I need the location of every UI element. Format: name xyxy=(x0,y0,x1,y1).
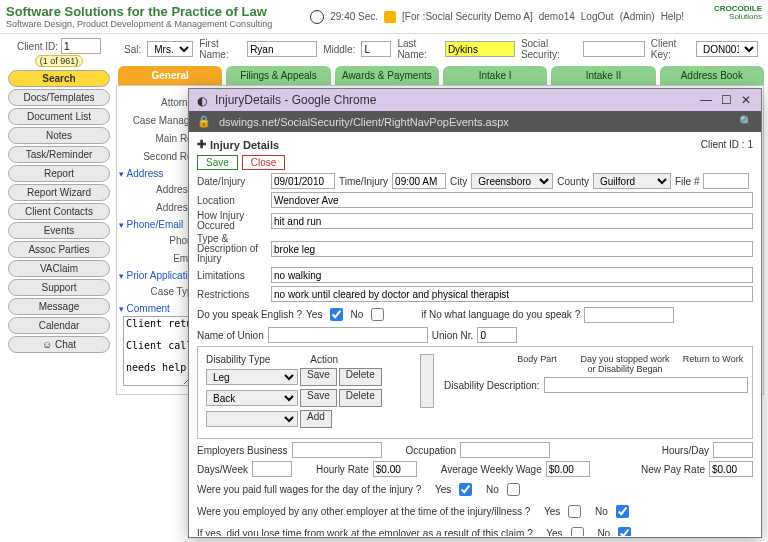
q3-no-checkbox[interactable] xyxy=(618,527,631,536)
ssn-label: Social Security: xyxy=(521,38,577,60)
search-button[interactable]: Search xyxy=(8,70,110,87)
scrollbar[interactable] xyxy=(420,354,434,408)
type-input[interactable] xyxy=(271,241,753,257)
nav-assoc-parties[interactable]: Assoc Parties xyxy=(8,241,110,258)
time-input[interactable] xyxy=(392,173,446,189)
close-button[interactable]: Close xyxy=(242,155,286,170)
tab-address-book[interactable]: Address Book xyxy=(660,66,764,85)
tab-intake-i[interactable]: Intake I xyxy=(443,66,547,85)
unionnr-input[interactable] xyxy=(477,327,517,343)
nav-client-contacts[interactable]: Client Contacts xyxy=(8,203,110,220)
q1-label: Were you paid full wages for the day of … xyxy=(197,484,421,495)
city-select[interactable]: Greensboro xyxy=(471,173,553,189)
nav-document-list[interactable]: Document List xyxy=(8,108,110,125)
restrictions-label: Restrictions xyxy=(197,289,267,300)
save-button[interactable]: Save xyxy=(300,389,337,407)
nav-docs-templates[interactable]: Docs/Templates xyxy=(8,89,110,106)
hourlyrate-label: Hourly Rate xyxy=(316,464,369,475)
maximize-button[interactable]: ☐ xyxy=(719,93,733,107)
client-name-row: Sal: Mrs. First Name: Middle: Last Name:… xyxy=(118,34,764,64)
county-select[interactable]: Guilford xyxy=(593,173,671,189)
tab-general[interactable]: General xyxy=(118,66,222,85)
action-header: Action xyxy=(310,354,338,365)
daysweek-input[interactable] xyxy=(252,461,292,477)
how-input[interactable] xyxy=(271,213,753,229)
plus-icon[interactable]: ✚ xyxy=(197,138,206,151)
sal-select[interactable]: Mrs. xyxy=(147,41,193,57)
employer-label: Employers Business xyxy=(197,445,288,456)
bodypart-label: Body Part xyxy=(502,354,572,374)
tab-intake-ii[interactable]: Intake II xyxy=(551,66,655,85)
save-button[interactable]: Save xyxy=(300,368,337,386)
nav-support[interactable]: Support xyxy=(8,279,110,296)
daysweek-label: Days/Week xyxy=(197,464,248,475)
help-link[interactable]: Help! xyxy=(661,11,684,22)
location-input[interactable] xyxy=(271,192,753,208)
disability-type-select[interactable]: Back xyxy=(206,390,298,406)
nav-events[interactable]: Events xyxy=(8,222,110,239)
employer-input[interactable] xyxy=(292,442,382,458)
q1-no-checkbox[interactable] xyxy=(507,483,520,496)
nav-vaclaim[interactable]: VAClaim xyxy=(8,260,110,277)
occupation-input[interactable] xyxy=(460,442,550,458)
language-input[interactable] xyxy=(584,307,674,323)
disdesc-input[interactable] xyxy=(544,377,748,393)
client-id-input[interactable] xyxy=(61,38,101,54)
limitations-label: Limitations xyxy=(197,270,267,281)
lastname-input[interactable] xyxy=(445,41,515,57)
nav-chat[interactable]: ☺ Chat xyxy=(8,336,110,353)
close-window-button[interactable]: ✕ xyxy=(739,93,753,107)
crocodile-logo: CROCODILE Solutions xyxy=(690,5,762,29)
q1-yes-checkbox[interactable] xyxy=(459,483,472,496)
save-button[interactable]: Save xyxy=(197,155,238,170)
newpayrate-input[interactable] xyxy=(709,461,753,477)
nav-message[interactable]: Message xyxy=(8,298,110,315)
ssn-input[interactable] xyxy=(583,41,645,57)
english-yes-checkbox[interactable] xyxy=(330,308,343,321)
hoursday-input[interactable] xyxy=(713,442,753,458)
delete-button[interactable]: Delete xyxy=(339,368,382,386)
nav-report-wizard[interactable]: Report Wizard xyxy=(8,184,110,201)
unionnr-label: Union Nr. xyxy=(432,330,474,341)
delete-button[interactable]: Delete xyxy=(339,389,382,407)
window-titlebar[interactable]: ◐ InjuryDetails - Google Chrome — ☐ ✕ xyxy=(189,89,761,111)
disdesc-label: Disability Description: xyxy=(444,380,540,391)
nav-calendar[interactable]: Calendar xyxy=(8,317,110,334)
q2-yes-checkbox[interactable] xyxy=(568,505,581,518)
clientkey-select[interactable]: DON001 xyxy=(696,41,758,57)
avgwage-input[interactable] xyxy=(546,461,590,477)
q3-yes-checkbox[interactable] xyxy=(571,527,584,536)
middle-input[interactable] xyxy=(361,41,391,57)
date-input[interactable] xyxy=(271,173,335,189)
address-bar: 🔒 dswings.net/SocialSecurity/Client/Righ… xyxy=(189,111,761,132)
search-icon[interactable]: 🔍 xyxy=(739,115,753,128)
restrictions-input[interactable] xyxy=(271,286,753,302)
nav-report[interactable]: Report xyxy=(8,165,110,182)
english-label: Do you speak English ? xyxy=(197,309,302,320)
nav-task-reminder[interactable]: Task/Reminder xyxy=(8,146,110,163)
tab-awards-payments[interactable]: Awards & Payments xyxy=(335,66,439,85)
q2-no-checkbox[interactable] xyxy=(616,505,629,518)
logout-link[interactable]: LogOut xyxy=(581,11,614,22)
disability-type-select[interactable] xyxy=(206,411,298,427)
time-label: Time/Injury xyxy=(339,176,388,187)
type-label: Type & Description of Injury xyxy=(197,234,267,264)
clientkey-label: Client Key: xyxy=(651,38,690,60)
yes-label: Yes xyxy=(306,309,322,320)
date-label: Date/Injury xyxy=(197,176,267,187)
minimize-button[interactable]: — xyxy=(699,93,713,107)
returntowork-label: Return to Work xyxy=(678,354,748,374)
add-button[interactable]: Add xyxy=(300,410,332,428)
file-input[interactable] xyxy=(703,173,749,189)
union-input[interactable] xyxy=(268,327,428,343)
english-no-checkbox[interactable] xyxy=(371,308,384,321)
hourlyrate-input[interactable] xyxy=(373,461,417,477)
comment-textarea[interactable] xyxy=(123,316,193,386)
left-sidebar: Client ID: (1 of 961) Search Docs/Templa… xyxy=(0,34,118,359)
limitations-input[interactable] xyxy=(271,267,753,283)
nav-notes[interactable]: Notes xyxy=(8,127,110,144)
how-label: How Injury Occured xyxy=(197,211,267,231)
tab-filings-appeals[interactable]: Filings & Appeals xyxy=(226,66,330,85)
firstname-input[interactable] xyxy=(247,41,317,57)
disability-type-select[interactable]: Leg xyxy=(206,369,298,385)
